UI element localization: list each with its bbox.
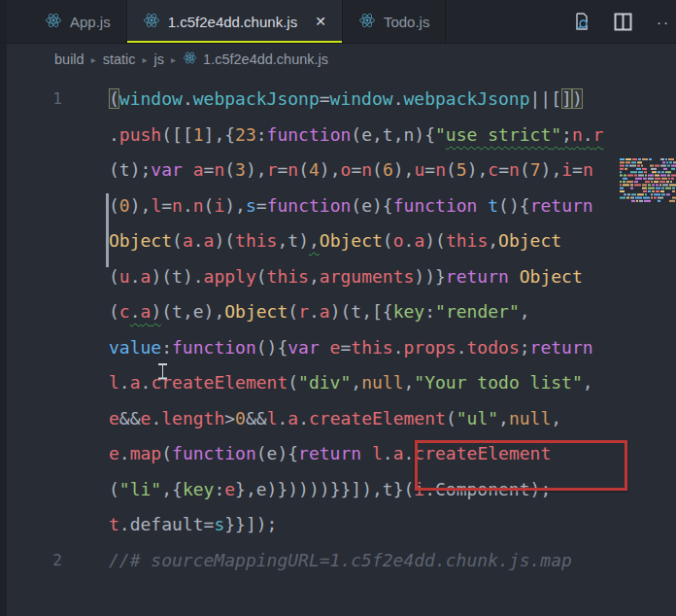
line-number (0, 507, 62, 543)
line-number (0, 223, 62, 259)
editor[interactable]: 1(window.webpackJsonp=window.webpackJson… (0, 75, 676, 578)
line-number (0, 188, 62, 224)
code-row: .push([[1],{23:function(e,t,n){"use stri… (0, 118, 676, 154)
line-number (0, 330, 62, 366)
breadcrumb-item-static[interactable]: static (103, 51, 136, 67)
tab-label: Todo.js (384, 14, 430, 30)
cursor-caret (106, 193, 109, 267)
search-in-file-icon[interactable] (571, 11, 592, 32)
tab-label: App.js (70, 14, 111, 30)
react-icon (183, 51, 197, 68)
code-row: (u.a)(t).apply(this,arguments))}return O… (0, 259, 676, 295)
react-icon (143, 12, 160, 32)
line-number (0, 365, 62, 401)
breadcrumb-item-file[interactable]: 1.c5f2e4dd.chunk.js (183, 51, 328, 68)
line-number (0, 472, 62, 508)
tab-bar: App.js 1.c5f2e4dd.chunk.js ✕ Todo.js ··· (0, 0, 676, 44)
split-editor-icon[interactable] (612, 11, 633, 32)
more-actions-icon[interactable]: ··· (653, 11, 674, 32)
code-row: e&&e.length>0&&l.a.createElement("ul",nu… (0, 401, 676, 437)
tab-todo-js[interactable]: Todo.js (343, 0, 447, 43)
breadcrumb-file-label: 1.c5f2e4dd.chunk.js (203, 51, 328, 67)
line-number: 1 (0, 82, 62, 118)
react-icon (358, 12, 376, 32)
code-row: 1(window.webpackJsonp=window.webpackJson… (0, 82, 676, 118)
chevron-right-icon: ▸ (143, 54, 148, 65)
line-number (0, 401, 62, 437)
tab-label: 1.c5f2e4dd.chunk.js (168, 14, 297, 30)
annotation-red-box (415, 440, 627, 491)
tab-strip: App.js 1.c5f2e4dd.chunk.js ✕ Todo.js (0, 0, 446, 43)
react-icon (45, 12, 62, 32)
code-row: (t);var a=n(3),r=n(4),o=n(6),u=n(5),c=n(… (0, 153, 676, 188)
tab-chunk-js[interactable]: 1.c5f2e4dd.chunk.js ✕ (127, 0, 343, 43)
line-number (0, 436, 62, 472)
tab-app-js[interactable]: App.js (29, 0, 127, 43)
line-number (0, 153, 62, 188)
window-edge (0, 0, 7, 616)
text-cursor-pointer (158, 363, 167, 379)
editor-actions: ··· (571, 0, 676, 43)
breadcrumb: build ▸ static ▸ js ▸ 1.c5f2e4dd.chunk.j… (0, 44, 676, 75)
breadcrumb-item-js[interactable]: js (154, 51, 164, 67)
line-number (0, 294, 62, 330)
code-row: (0),l=n.n(i),s=function(e){function t(){… (0, 188, 676, 224)
line-number: 2 (0, 543, 62, 579)
code-area[interactable]: 1(window.webpackJsonp=window.webpackJson… (0, 75, 676, 578)
code-row: (c.a)(t,e),Object(r.a)(t,[{key:"render", (0, 294, 676, 330)
code-row: Object(a.a)(this,t),Object(o.a)(this,Obj… (0, 223, 676, 259)
line-number (0, 118, 62, 154)
minimap[interactable] (619, 157, 676, 203)
close-icon[interactable]: ✕ (315, 15, 326, 28)
chevron-right-icon: ▸ (91, 54, 96, 65)
breadcrumb-item-build[interactable]: build (54, 51, 84, 67)
code-row: value:function(){var e=this.props.todos;… (0, 330, 676, 366)
code-row: l.a.createElement("div",null,"Your todo … (0, 365, 676, 401)
chevron-right-icon: ▸ (171, 54, 176, 65)
code-row: 2//# sourceMappingURL=1.c5f2e4dd.chunk.j… (0, 543, 676, 579)
code-row: t.default=s}}]); (0, 507, 676, 543)
line-number (0, 259, 62, 295)
